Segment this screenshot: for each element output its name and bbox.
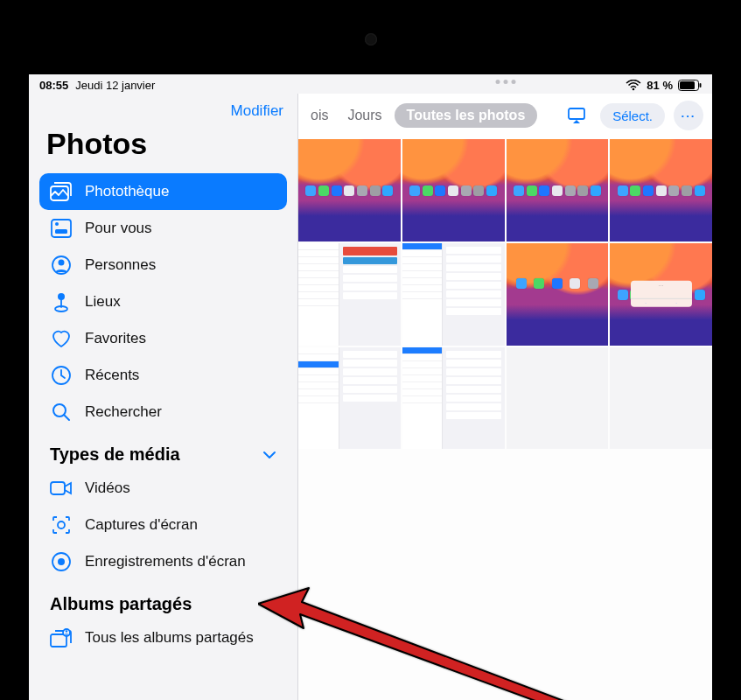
photo-thumb[interactable] bbox=[610, 347, 712, 450]
search-icon bbox=[50, 402, 73, 423]
main-area: ois Jours Toutes les photos Sélect. ··· bbox=[298, 94, 712, 700]
recording-icon bbox=[50, 551, 73, 572]
people-icon bbox=[50, 255, 73, 276]
svg-point-15 bbox=[58, 522, 65, 528]
sidebar-item-screenshots[interactable]: Captures d'écran bbox=[39, 507, 287, 543]
sidebar-item-label: Lieux bbox=[85, 293, 121, 311]
library-icon bbox=[50, 181, 73, 202]
tab-all-photos[interactable]: Toutes les photos bbox=[395, 103, 538, 128]
screenshot-icon bbox=[50, 514, 73, 536]
photo-thumb[interactable] bbox=[507, 347, 609, 450]
svg-point-10 bbox=[58, 293, 65, 300]
sidebar-item-favorites[interactable]: Favorites bbox=[39, 320, 287, 357]
svg-point-11 bbox=[55, 306, 67, 312]
photo-thumb[interactable] bbox=[402, 243, 505, 346]
tab-days[interactable]: Jours bbox=[340, 104, 388, 127]
svg-rect-6 bbox=[55, 229, 67, 234]
status-time: 08:55 bbox=[39, 79, 68, 92]
sidebar-item-label: Pour vous bbox=[85, 220, 152, 237]
sidebar-item-videos[interactable]: Vidéos bbox=[39, 470, 287, 507]
video-icon bbox=[50, 478, 73, 499]
sidebar-item-label: Favorites bbox=[85, 330, 146, 347]
photo-thumb[interactable] bbox=[298, 347, 401, 450]
sidebar-item-library[interactable]: Photothèque bbox=[39, 173, 287, 210]
screen: 08:55 Jeudi 12 janvier 81 % Modifier Pho… bbox=[29, 74, 712, 700]
section-label: Albums partagés bbox=[50, 594, 192, 614]
sidebar-item-label: Captures d'écran bbox=[85, 516, 198, 534]
foryou-icon bbox=[50, 218, 73, 239]
section-shared-albums[interactable]: Albums partagés bbox=[39, 580, 287, 620]
chevron-down-icon bbox=[262, 448, 276, 462]
device-camera bbox=[365, 33, 377, 46]
svg-rect-18 bbox=[51, 634, 66, 647]
battery-icon bbox=[678, 79, 702, 92]
section-media-types[interactable]: Types de média bbox=[39, 430, 287, 470]
sidebar-item-label: Vidéos bbox=[85, 480, 130, 497]
sidebar-item-foryou[interactable]: Pour vous bbox=[39, 210, 287, 247]
more-button[interactable]: ··· bbox=[674, 101, 703, 130]
clock-icon bbox=[50, 365, 73, 386]
sidebar-item-all-shared[interactable]: Tous les albums partagés bbox=[39, 620, 287, 656]
svg-rect-5 bbox=[52, 220, 71, 237]
sidebar-item-label: Tous les albums partagés bbox=[85, 629, 254, 647]
photo-thumb[interactable] bbox=[507, 243, 609, 346]
svg-point-9 bbox=[59, 260, 65, 266]
chevron-down-icon bbox=[262, 598, 276, 612]
photo-thumb[interactable] bbox=[507, 139, 609, 242]
svg-rect-2 bbox=[680, 81, 695, 89]
sidebar-item-label: Personnes bbox=[85, 256, 156, 274]
svg-rect-14 bbox=[51, 482, 65, 494]
svg-rect-21 bbox=[569, 108, 584, 119]
status-bar: 08:55 Jeudi 12 janvier 81 % bbox=[29, 74, 712, 94]
places-icon bbox=[50, 291, 73, 312]
cast-button[interactable] bbox=[562, 101, 591, 130]
sidebar-item-recents[interactable]: Récents bbox=[39, 357, 287, 394]
edit-button[interactable]: Modifier bbox=[231, 102, 283, 120]
photo-thumb[interactable]: · · ··· bbox=[610, 243, 712, 346]
sidebar-item-search[interactable]: Rechercher bbox=[39, 394, 287, 430]
heart-icon bbox=[50, 328, 73, 349]
svg-point-20 bbox=[66, 630, 67, 632]
sidebar-title: Photos bbox=[29, 123, 297, 173]
view-tabs: ois Jours Toutes les photos bbox=[304, 103, 537, 128]
svg-point-19 bbox=[63, 629, 70, 636]
status-date: Jeudi 12 janvier bbox=[75, 79, 155, 92]
select-button[interactable]: Sélect. bbox=[600, 103, 665, 129]
sidebar-item-label: Photothèque bbox=[85, 183, 169, 200]
tab-months[interactable]: ois bbox=[304, 104, 335, 127]
photo-thumb[interactable] bbox=[298, 139, 401, 242]
device-frame: 08:55 Jeudi 12 janvier 81 % Modifier Pho… bbox=[0, 0, 741, 700]
svg-point-17 bbox=[58, 558, 65, 565]
svg-point-0 bbox=[633, 88, 635, 90]
sidebar-item-people[interactable]: Personnes bbox=[39, 247, 287, 284]
shared-albums-icon bbox=[50, 627, 73, 648]
sidebar-item-places[interactable]: Lieux bbox=[39, 284, 287, 320]
wifi-icon bbox=[626, 79, 641, 92]
svg-point-7 bbox=[55, 222, 59, 226]
svg-rect-3 bbox=[700, 83, 702, 88]
photo-thumb[interactable] bbox=[402, 347, 505, 450]
sidebar: Modifier Photos Photothèque Pour v bbox=[29, 94, 298, 700]
ellipsis-icon: ··· bbox=[681, 109, 696, 122]
photo-thumb[interactable] bbox=[402, 139, 505, 242]
sidebar-item-label: Enregistrements d'écran bbox=[85, 553, 246, 570]
status-battery-text: 81 % bbox=[647, 79, 673, 92]
section-label: Types de média bbox=[50, 444, 180, 465]
sidebar-item-label: Rechercher bbox=[85, 403, 162, 421]
photo-thumb[interactable] bbox=[298, 243, 401, 346]
sidebar-item-recordings[interactable]: Enregistrements d'écran bbox=[39, 543, 287, 580]
photo-grid: · · ··· bbox=[298, 139, 712, 449]
main-header: ois Jours Toutes les photos Sélect. ··· bbox=[298, 94, 712, 139]
sidebar-item-label: Récents bbox=[85, 367, 139, 384]
photo-thumb[interactable] bbox=[610, 139, 712, 242]
window-grabber bbox=[495, 80, 515, 84]
